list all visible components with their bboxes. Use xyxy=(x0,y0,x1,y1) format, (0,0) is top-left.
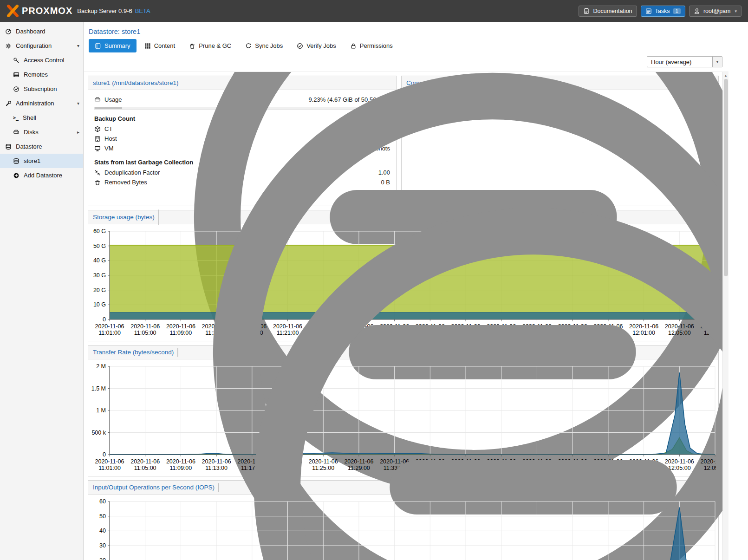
svg-text:0: 0 xyxy=(103,451,106,458)
sidebar-item-disks[interactable]: Disks ▸ xyxy=(0,125,83,139)
svg-text:20 G: 20 G xyxy=(93,287,106,293)
svg-text:11:05:00: 11:05:00 xyxy=(134,330,156,336)
tab-label: Prune & GC xyxy=(199,42,231,49)
sidebar: Dashboard Configuration ▾ Access Control… xyxy=(0,22,84,560)
server-list-icon xyxy=(13,72,20,78)
monitor-icon xyxy=(94,145,101,152)
page-title: Datastore: store1 xyxy=(89,28,748,35)
vertical-scrollbar[interactable]: ▲ xyxy=(722,72,728,560)
compress-icon xyxy=(94,169,101,176)
svg-text:500 k: 500 k xyxy=(91,430,106,436)
lock-icon xyxy=(350,43,357,49)
key-icon xyxy=(13,57,20,64)
svg-text:10 G: 10 G xyxy=(93,301,106,308)
tab-label: Summary xyxy=(104,42,130,49)
svg-text:2 M: 2 M xyxy=(96,363,106,370)
user-label: root@pam xyxy=(703,8,731,14)
sidebar-item-access-control[interactable]: Access Control xyxy=(0,53,83,67)
svg-text:60: 60 xyxy=(99,498,106,505)
sidebar-item-add-datastore[interactable]: Add Datastore xyxy=(0,168,83,182)
scrollbar-thumb[interactable] xyxy=(724,79,728,276)
tab-bar: Summary Content Prune & GC Sync Jobs xyxy=(89,39,748,52)
chart-legend: Total Storage usage xyxy=(158,209,159,225)
svg-text:1.5 M: 1.5 M xyxy=(91,385,106,392)
svg-text:2020-11-06: 2020-11-06 xyxy=(130,323,160,330)
sidebar-item-datastore[interactable]: Datastore xyxy=(0,139,83,154)
tasks-count-badge: 1 xyxy=(673,8,681,14)
legend-total[interactable]: Total xyxy=(159,210,159,225)
sidebar-item-dashboard[interactable]: Dashboard xyxy=(0,24,83,39)
timeframe-value: Hour (average) xyxy=(647,59,712,65)
svg-text:2020-11-06: 2020-11-06 xyxy=(130,458,160,465)
hdd-icon xyxy=(94,97,101,103)
count-label: CT xyxy=(104,125,112,132)
timeframe-select[interactable]: Hour (average) ▾ xyxy=(647,56,722,67)
svg-text:11:01:00: 11:01:00 xyxy=(98,465,121,471)
svg-text:11:01:00: 11:01:00 xyxy=(98,330,121,336)
svg-text:2020-11-06: 2020-11-06 xyxy=(166,458,195,465)
tasks-label: Tasks xyxy=(655,8,670,14)
tab-permissions[interactable]: Permissions xyxy=(344,39,399,52)
tasks-button[interactable]: Tasks 1 xyxy=(641,6,685,17)
tab-content[interactable]: Content xyxy=(138,39,182,52)
sync-icon xyxy=(245,43,252,49)
documentation-button[interactable]: Documentation xyxy=(579,6,637,17)
svg-text:40: 40 xyxy=(99,527,106,534)
beta-link[interactable]: BETA xyxy=(135,7,150,14)
sidebar-item-configuration[interactable]: Configuration ▾ xyxy=(0,39,83,53)
tab-prune-gc[interactable]: Prune & GC xyxy=(183,39,237,52)
sidebar-item-subscription[interactable]: Subscription xyxy=(0,82,83,96)
brand-name: PROXMOX xyxy=(22,6,72,16)
app-header: PROXMOX Backup Server 0.9-6 BETA Documen… xyxy=(0,0,748,22)
collapse-icon[interactable] xyxy=(223,177,728,560)
usage-label: Usage xyxy=(104,96,122,103)
sidebar-item-label: store1 xyxy=(24,157,40,164)
user-menu-button[interactable]: root@pam ▾ xyxy=(689,6,741,17)
chart-title: Storage usage (bytes) xyxy=(93,214,155,221)
database-icon xyxy=(5,143,12,150)
trash-icon xyxy=(189,43,195,49)
chart-title: Input/Output Operations per Second (IOPS… xyxy=(93,484,215,491)
svg-text:11:05:00: 11:05:00 xyxy=(134,465,156,471)
svg-text:50 G: 50 G xyxy=(93,243,106,249)
certificate-icon xyxy=(13,86,20,92)
database-icon xyxy=(13,158,20,164)
svg-text:30 G: 30 G xyxy=(93,272,106,279)
terminal-icon: >_ xyxy=(13,115,19,120)
gc-stat-label: Removed Bytes xyxy=(104,179,147,186)
chevron-right-icon: ▸ xyxy=(77,130,79,135)
chart-legend: Read Write xyxy=(218,483,219,492)
sidebar-item-administration[interactable]: Administration ▾ xyxy=(0,96,83,111)
scroll-area: store1 (/mnt/datastores/store1) Usage 9.… xyxy=(84,72,728,560)
sidebar-item-store1[interactable]: store1 xyxy=(0,154,83,168)
task-list-icon xyxy=(645,8,652,14)
tab-label: Permissions xyxy=(360,42,393,49)
legend-read[interactable]: Read xyxy=(219,483,219,492)
disk-icon xyxy=(13,129,20,136)
add-circle-icon xyxy=(13,172,20,179)
sidebar-item-shell[interactable]: >_ Shell xyxy=(0,111,83,125)
sidebar-item-label: Subscription xyxy=(24,85,57,92)
user-icon xyxy=(694,8,700,14)
chevron-down-icon: ▾ xyxy=(77,43,79,48)
wrench-icon xyxy=(5,100,12,107)
main-content: Datastore: store1 Summary Content Prune … xyxy=(84,22,748,560)
count-label: Host xyxy=(104,135,117,142)
tab-summary[interactable]: Summary xyxy=(89,39,137,52)
chevron-down-icon: ▾ xyxy=(712,57,722,67)
scrollbar-up-arrow[interactable]: ▲ xyxy=(723,72,728,78)
sidebar-item-label: Remotes xyxy=(24,71,48,78)
svg-text:1 M: 1 M xyxy=(96,407,106,414)
building-icon xyxy=(94,136,101,142)
sidebar-item-label: Disks xyxy=(24,129,39,136)
sidebar-item-label: Access Control xyxy=(24,57,64,64)
usage-progress-fill xyxy=(95,107,122,109)
tab-sync-jobs[interactable]: Sync Jobs xyxy=(239,39,289,52)
tab-verify-jobs[interactable]: Verify Jobs xyxy=(291,39,342,52)
svg-text:0: 0 xyxy=(103,316,106,323)
sidebar-item-remotes[interactable]: Remotes xyxy=(0,67,83,82)
svg-text:2020-11-06: 2020-11-06 xyxy=(95,458,124,465)
sidebar-item-label: Dashboard xyxy=(16,28,46,35)
chart-title: Transfer Rate (bytes/second) xyxy=(93,349,174,356)
check-circle-icon xyxy=(297,43,303,49)
